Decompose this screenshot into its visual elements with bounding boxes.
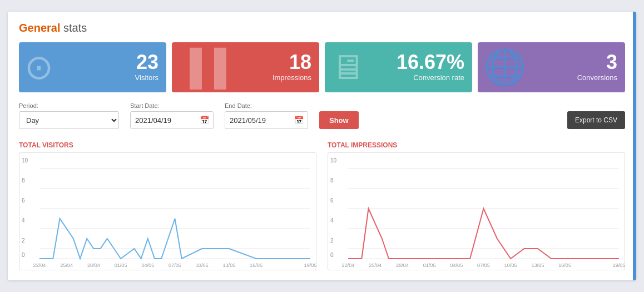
impressions-chart-svg: 22/04 25/04 28/04 01/05 04/05 07/05 10/0… [348, 159, 619, 264]
svg-text:10/05: 10/05 [504, 263, 517, 268]
svg-text:19/05: 19/05 [304, 263, 317, 268]
yi-label-8: 8 [330, 177, 334, 184]
svg-text:01/05: 01/05 [423, 263, 436, 268]
svg-text:04/05: 04/05 [141, 263, 154, 268]
conversions-value: 3 [606, 51, 617, 73]
start-date-label: Start Date: [130, 102, 214, 109]
svg-text:04/05: 04/05 [450, 263, 463, 268]
svg-text:07/05: 07/05 [169, 263, 181, 268]
page-title: General stats [19, 22, 625, 34]
conversions-label: Conversions [577, 73, 617, 82]
y-label-6: 6 [22, 197, 25, 204]
svg-text:25/04: 25/04 [60, 263, 73, 268]
show-button[interactable]: Show [319, 111, 359, 129]
sidebar-bar [633, 12, 636, 280]
svg-text:01/05: 01/05 [115, 263, 127, 268]
svg-text:28/04: 28/04 [87, 263, 100, 268]
y-label-2: 2 [22, 237, 25, 244]
svg-text:10/05: 10/05 [196, 263, 209, 268]
svg-text:16/05: 16/05 [558, 263, 571, 268]
visitors-value: 23 [136, 51, 158, 73]
start-date-group: Start Date: 📅 [130, 102, 214, 129]
impressions-value: 18 [289, 51, 311, 73]
visitors-chart-title: TOTAL VISITORS [19, 141, 316, 149]
conversion-rate-label: Conversion rate [413, 73, 464, 82]
stats-row: ⊙ 23 Visitors ▐▐ 18 Impressions 🖥 16.67%… [19, 42, 625, 92]
yi-label-6: 6 [330, 197, 334, 204]
yi-label-2: 2 [330, 237, 334, 244]
end-date-input[interactable] [225, 111, 308, 129]
svg-text:19/05: 19/05 [613, 263, 626, 268]
svg-text:16/05: 16/05 [250, 263, 262, 268]
y-label-8: 8 [22, 177, 25, 184]
stat-card-conversion-rate: 🖥 16.67% Conversion rate [325, 42, 472, 92]
visitors-chart-svg: 22/04 25/04 28/04 01/05 04/05 07/05 10/0… [39, 159, 310, 264]
impressions-icon: ▐▐ [177, 50, 226, 85]
main-container: General stats ⊙ 23 Visitors ▐▐ 18 Impres… [8, 12, 636, 280]
impressions-chart-title: TOTAL IMPRESSIONS [328, 141, 625, 149]
y-label-0: 0 [22, 252, 25, 258]
conversion-rate-icon: 🖥 [330, 50, 365, 85]
svg-text:13/05: 13/05 [531, 263, 544, 268]
stat-card-visitors: ⊙ 23 Visitors [19, 42, 166, 92]
controls-row: Period: Day Week Month Start Date: 📅 End… [19, 102, 625, 129]
end-date-group: End Date: 📅 [225, 102, 308, 129]
impressions-chart-box: 10 8 6 4 2 0 22/04 25 [328, 152, 625, 270]
start-date-wrapper: 📅 [130, 111, 214, 129]
stat-card-conversions: 🌐 3 Conversions [478, 42, 625, 92]
svg-text:25/04: 25/04 [369, 263, 382, 268]
visitors-icon: ⊙ [24, 50, 53, 85]
svg-text:07/05: 07/05 [477, 263, 490, 268]
impressions-chart-section: TOTAL IMPRESSIONS 10 8 6 4 2 0 [328, 141, 625, 270]
period-select[interactable]: Day Week Month [19, 111, 119, 129]
y-label-10: 10 [22, 157, 28, 164]
charts-row: TOTAL VISITORS 10 8 6 4 2 0 [19, 141, 625, 270]
visitors-chart-section: TOTAL VISITORS 10 8 6 4 2 0 [19, 141, 316, 270]
period-group: Period: Day Week Month [19, 102, 119, 129]
visitors-label: Visitors [135, 73, 158, 82]
visitors-chart-box: 10 8 6 4 2 0 [19, 152, 316, 270]
yi-label-4: 4 [330, 217, 334, 224]
start-date-input[interactable] [130, 111, 214, 129]
stat-card-impressions: ▐▐ 18 Impressions [172, 42, 319, 92]
conversion-rate-value: 16.67% [397, 51, 464, 73]
yi-label-10: 10 [330, 157, 336, 164]
svg-text:22/04: 22/04 [342, 263, 355, 268]
export-button[interactable]: Export to CSV [567, 111, 625, 129]
y-label-4: 4 [22, 217, 25, 224]
svg-text:22/04: 22/04 [33, 263, 46, 268]
conversions-icon: 🌐 [483, 50, 526, 85]
end-date-wrapper: 📅 [225, 111, 308, 129]
svg-text:13/05: 13/05 [222, 263, 235, 268]
yi-label-0: 0 [330, 252, 334, 258]
period-label: Period: [19, 102, 119, 109]
svg-text:28/04: 28/04 [396, 263, 409, 268]
impressions-label: Impressions [273, 73, 311, 82]
end-date-label: End Date: [225, 102, 308, 109]
